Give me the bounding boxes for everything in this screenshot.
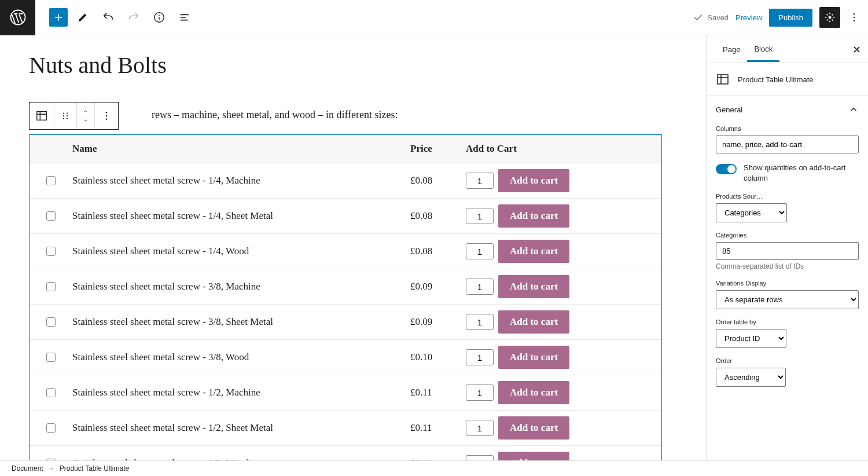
row-checkbox[interactable] [46,211,56,221]
categories-input[interactable] [716,242,859,260]
add-to-cart-button[interactable]: Add to cart [498,381,569,404]
move-down-icon[interactable] [82,116,90,125]
products-source-select[interactable]: Categories [716,203,787,222]
product-name: Stainless steel sheet metal screw - 1/4,… [72,246,410,257]
product-price: £0.08 [410,246,466,257]
orderby-select[interactable]: Product ID [716,329,786,348]
tab-page[interactable]: Page [716,37,747,61]
add-to-cart-button[interactable]: Add to cart [498,275,569,298]
product-name: Stainless steel sheet metal screw - 1/2,… [72,457,410,460]
redo-icon[interactable] [123,7,144,28]
edit-icon[interactable] [72,7,93,28]
product-table-block[interactable]: Name Price Add to Cart Stainless steel s… [29,134,662,460]
table-row: Stainless steel sheet metal screw - 1/4,… [30,234,661,269]
publish-button[interactable]: Publish [769,9,812,27]
intro-text[interactable]: rews – machine, sheet metal, and wood – … [152,109,398,121]
preview-link[interactable]: Preview [735,13,762,22]
header-cart: Add to Cart [466,143,661,155]
more-icon[interactable] [847,7,861,28]
table-row: Stainless steel sheet metal screw - 1/4,… [30,199,661,234]
table-row: Stainless steel sheet metal screw - 3/8,… [30,340,661,375]
row-checkbox[interactable] [46,459,56,460]
table-row: Stainless steel sheet metal screw - 1/2,… [30,411,661,446]
quantity-input[interactable] [466,173,494,189]
quantity-input[interactable] [466,385,494,401]
settings-button[interactable] [819,7,840,28]
product-name: Stainless steel sheet metal screw - 1/4,… [72,210,410,222]
table-row: Stainless steel sheet metal screw - 3/8,… [30,305,661,340]
quantity-input[interactable] [466,243,494,259]
quantity-input[interactable] [466,455,494,460]
saved-indicator: Saved [692,12,729,23]
chevron-up-icon [848,104,859,115]
add-block-button[interactable] [49,8,68,27]
add-to-cart-button[interactable]: Add to cart [498,416,569,440]
drag-handle-icon[interactable] [54,102,77,129]
quantity-input[interactable] [466,420,494,436]
breadcrumb-root[interactable]: Document [12,464,43,473]
header-name: Name [72,143,410,155]
header-price: Price [410,143,466,155]
product-price: £0.11 [410,457,466,460]
table-row: Stainless steel sheet metal screw - 1/2,… [30,446,661,460]
add-to-cart-button[interactable]: Add to cart [498,346,569,369]
variations-select[interactable]: As separate rows [716,290,859,309]
wordpress-logo[interactable] [0,0,35,35]
undo-icon[interactable] [98,7,119,28]
row-checkbox[interactable] [46,282,56,291]
svg-point-11 [67,115,68,116]
breadcrumb: Document → Product Table Ultimate [0,460,868,476]
row-checkbox[interactable] [46,317,56,327]
row-checkbox[interactable] [46,388,56,397]
table-row: Stainless steel sheet metal screw - 1/4,… [30,163,661,199]
svg-point-10 [63,115,64,116]
add-to-cart-button[interactable]: Add to cart [498,452,569,460]
add-to-cart-button[interactable]: Add to cart [498,310,569,334]
table-row: Stainless steel sheet metal screw - 3/8,… [30,269,661,305]
svg-point-3 [829,16,832,19]
columns-label: Columns [716,125,859,132]
svg-point-2 [159,14,160,16]
svg-rect-17 [718,75,728,84]
panel-general[interactable]: General [707,96,868,123]
product-price: £0.10 [410,351,466,363]
product-name: Stainless steel sheet metal screw - 1/4,… [72,175,410,186]
svg-point-14 [106,112,108,113]
show-quantities-toggle[interactable] [716,164,737,174]
columns-input[interactable] [716,136,859,153]
order-select[interactable]: Ascending [716,368,786,387]
row-checkbox[interactable] [46,176,56,185]
svg-point-8 [63,112,64,113]
add-to-cart-button[interactable]: Add to cart [498,240,569,263]
breadcrumb-current[interactable]: Product Table Ultimate [60,464,130,473]
quantity-input[interactable] [466,208,494,224]
product-name: Stainless steel sheet metal screw - 3/8,… [72,316,410,328]
outline-icon[interactable] [174,7,195,28]
info-icon[interactable] [149,7,170,28]
product-price: £0.09 [410,281,466,292]
block-more-icon[interactable] [95,102,118,129]
table-row: Stainless steel sheet metal screw - 1/2,… [30,375,661,411]
quantity-input[interactable] [466,314,494,330]
arrow-icon: → [48,464,55,473]
row-checkbox[interactable] [46,247,56,256]
product-name: Stainless steel sheet metal screw - 3/8,… [72,281,410,292]
tab-block[interactable]: Block [747,36,779,62]
block-toolbar [29,102,119,130]
add-to-cart-button[interactable]: Add to cart [498,204,569,228]
page-title[interactable]: Nuts and Bolts [29,52,706,79]
row-checkbox[interactable] [46,353,56,362]
add-to-cart-button[interactable]: Add to cart [498,169,569,192]
settings-sidebar: Page Block ✕ Product Table Ultimate Gene… [706,35,868,460]
row-checkbox[interactable] [46,423,56,433]
table-header: Name Price Add to Cart [30,135,661,163]
product-price: £0.08 [410,175,466,186]
close-sidebar-icon[interactable]: ✕ [852,43,861,56]
categories-help: Comma-separated list of IDs [716,262,859,270]
move-up-icon[interactable] [82,107,90,116]
block-type-icon[interactable] [30,102,54,129]
quantity-input[interactable] [466,279,494,295]
block-name: Product Table Ultimate [738,75,814,84]
categories-label: Categories [716,232,859,239]
quantity-input[interactable] [466,349,494,365]
